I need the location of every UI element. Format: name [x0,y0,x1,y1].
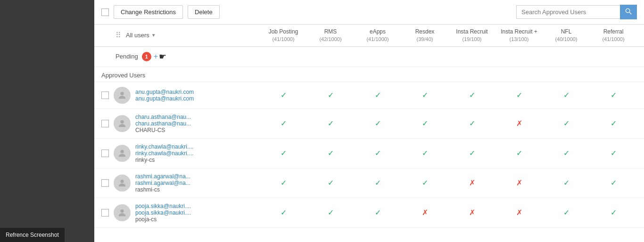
user-info: pooja.sikka@naukri.... pooja.sikka@naukr… [135,203,215,223]
column-header-insta-recruit: Insta Recruit(19/100) [448,28,495,42]
column-header-eapps: eApps(41/1000) [354,28,401,42]
user-email-secondary: anu.gupta@naukri.com [135,95,215,102]
row-checkbox[interactable] [101,150,109,157]
avatar [114,115,131,132]
table-row: rinky.chawla@naukri.... rinky.chawla@nau… [94,139,644,168]
check-cell-3-6: ✓ [543,178,590,187]
column-header-insta-recruit-+: Insta Recruit +(13/100) [495,28,543,42]
sidebar [0,0,94,242]
user-info: rashmi.agarwal@na... rashmi.agarwal@na..… [135,173,215,193]
pending-label: Pending [116,53,138,60]
user-info: charu.asthana@nau... charu.asthana@nau..… [135,114,215,134]
all-users-dropdown[interactable]: All users ▼ [126,32,156,39]
row-checkbox[interactable] [101,179,109,187]
table-row: pooja.sikka@naukri.... pooja.sikka@naukr… [94,198,644,228]
user-email-primary: anu.gupta@naukri.com [135,89,215,95]
avatar [114,204,131,221]
user-company: pooja-cs [135,216,215,223]
column-header-rms: RMS(42/1000) [307,28,354,42]
user-email-primary: rashmi.agarwal@na... [135,173,215,180]
avatar [114,175,131,192]
user-company: CHARU-CS [135,127,215,134]
check-cell-0-7: ✓ [590,91,637,100]
check-cell-1-3: ✓ [401,119,448,128]
check-cell-1-4: ✓ [448,119,495,128]
row-checkbox[interactable] [101,209,109,217]
check-cell-0-5: ✓ [495,91,543,100]
check-cell-0-2: ✓ [354,91,401,100]
table-row: charu.asthana@nau... charu.asthana@nau..… [94,109,644,139]
check-cell-3-5: ✗ [495,178,543,187]
check-cell-3-1: ✓ [307,178,354,187]
table-row: anu.gupta@naukri.com anu.gupta@naukri.co… [94,82,644,109]
cursor-pointer-icon: ☛ [159,51,166,62]
check-cell-0-3: ✓ [401,91,448,100]
search-button[interactable] [620,5,637,19]
check-cell-2-1: ✓ [307,149,354,158]
check-cell-4-0: ✓ [260,208,307,217]
column-header-referral: Referral(41/1000) [590,28,637,42]
check-cell-1-5: ✗ [495,119,543,128]
check-cell-4-3: ✗ [401,208,448,217]
row-checkbox[interactable] [101,92,109,99]
check-cell-3-2: ✓ [354,178,401,187]
check-cell-2-5: ✓ [495,149,543,158]
search-input[interactable] [516,5,620,19]
check-cell-2-4: ✓ [448,149,495,158]
user-company: rashmi-cs [135,186,215,193]
check-cell-3-0: ✓ [260,178,307,187]
search-container [516,5,637,19]
change-restrictions-button[interactable]: Change Restrictions [114,5,183,19]
check-cell-4-1: ✓ [307,208,354,217]
check-cell-4-4: ✗ [448,208,495,217]
approved-users-header: Approved Users [94,67,644,82]
toolbar: Change Restrictions Delete [94,0,644,25]
svg-point-5 [120,180,124,183]
user-email-primary: pooja.sikka@naukri.... [135,203,215,209]
check-cell-1-2: ✓ [354,119,401,128]
user-email-secondary: pooja.sikka@naukri.... [135,209,215,216]
check-cell-0-1: ✓ [307,91,354,100]
check-cell-1-1: ✓ [307,119,354,128]
pending-row: Pending 1 + ☛ [94,47,644,67]
row-checkbox[interactable] [101,120,109,127]
filter-left: ⠿ All users ▼ [101,31,156,40]
user-email-secondary: rinky.chawla@naukri.... [135,150,215,157]
main-container: Change Restrictions Delete ⠿ All users ▼… [94,0,644,242]
approved-users-label: Approved Users [101,72,145,79]
chevron-down-icon: ▼ [151,33,156,38]
user-info: rinky.chawla@naukri.... rinky.chawla@nau… [135,143,215,163]
user-checks: ✓✓✓✓✗✗✓✓ [260,178,637,187]
check-cell-2-6: ✓ [543,149,590,158]
user-company: rinky-cs [135,157,215,163]
svg-point-2 [120,92,124,95]
select-all-checkbox[interactable] [101,8,109,16]
svg-point-3 [120,120,124,124]
avatar [114,145,131,162]
user-checks: ✓✓✓✓✓✗✓✓ [260,119,637,128]
check-cell-4-2: ✓ [354,208,401,217]
user-checks: ✓✓✓✗✗✗✓✓ [260,208,637,217]
check-cell-2-3: ✓ [401,149,448,158]
add-pending-button[interactable]: + [154,52,158,61]
check-cell-2-2: ✓ [354,149,401,158]
svg-point-6 [120,209,124,213]
pending-badge[interactable]: 1 [142,52,151,61]
user-checks: ✓✓✓✓✓✓✓✓ [260,149,637,158]
user-email-primary: rinky.chawla@naukri.... [135,143,215,150]
delete-button[interactable]: Delete [188,5,220,19]
all-users-label: All users [126,32,149,39]
user-email-secondary: rashmi.agarwal@na... [135,180,215,186]
check-cell-4-7: ✓ [590,208,637,217]
svg-point-4 [120,150,124,153]
user-info: anu.gupta@naukri.com anu.gupta@naukri.co… [135,89,215,102]
column-headers: Job Posting(41/1000)RMS(42/1000)eApps(41… [260,28,637,42]
user-checks: ✓✓✓✓✓✓✓✓ [260,91,637,100]
column-header-nfl: NFL(40/1000) [543,28,590,42]
check-cell-4-5: ✗ [495,208,543,217]
check-cell-0-4: ✓ [448,91,495,100]
check-cell-3-4: ✗ [448,178,495,187]
column-header-job-posting: Job Posting(41/1000) [260,28,307,42]
table-row: rashmi.agarwal@na... rashmi.agarwal@na..… [94,168,644,198]
check-cell-4-6: ✓ [543,208,590,217]
